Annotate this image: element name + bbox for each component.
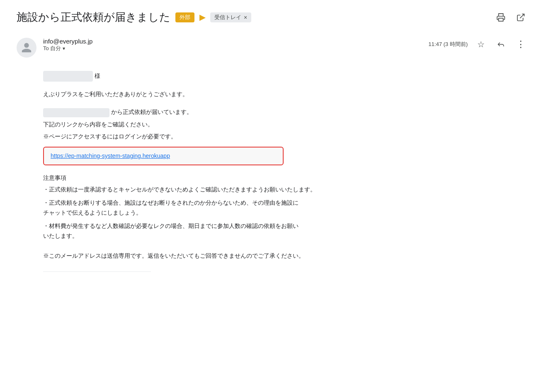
avatar bbox=[17, 38, 36, 58]
footer-note: ※このメールアドレスは送信専用です。返信をいただいてもご回答できませんのでご了承… bbox=[43, 251, 527, 261]
email-greeting: 様 bbox=[43, 71, 527, 82]
note3-line1-text: ・材料費が発生するなど人数確認が必要なレクの場合、期日までに参加人数の確認の依頼… bbox=[43, 223, 299, 229]
external-link-icon bbox=[516, 13, 525, 22]
email-line1-text: えぶりプラスをご利用いただきありがとうございます。 bbox=[43, 91, 188, 97]
open-external-button[interactable] bbox=[514, 11, 527, 24]
svg-line-1 bbox=[520, 14, 524, 18]
avatar-person-icon bbox=[21, 42, 32, 53]
sender-email: info@everyplus.jp bbox=[43, 38, 422, 45]
badge-external: 外部 bbox=[175, 12, 194, 22]
link-box: https://ep-matching-system-staging.herok… bbox=[43, 147, 284, 165]
note-item-1: ・正式依頼は一度承認するとキャンセルができないためよくご確認いただきますようお願… bbox=[43, 185, 527, 195]
note-item-2: ・正式依頼をお断りする場合、施設はなぜお断りをされたのか分からないため、その理由… bbox=[43, 198, 527, 218]
reply-icon bbox=[497, 40, 505, 48]
chevron-down-icon: ▾ bbox=[63, 46, 65, 51]
email-line2-suffix: から正式依頼が届いています。 bbox=[111, 109, 192, 115]
note1-text: ・正式依頼は一度承認するとキャンセルができないためよくご確認いただきますようお願… bbox=[43, 186, 316, 193]
print-button[interactable] bbox=[494, 11, 508, 24]
facility-placeholder bbox=[43, 108, 109, 117]
note2-line1-text: ・正式依頼をお断りする場合、施設はなぜお断りをされたのか分からないため、その理由… bbox=[43, 199, 299, 206]
recipient-placeholder bbox=[43, 71, 93, 82]
subject-title: 施設から正式依頼が届きました bbox=[17, 10, 170, 24]
sender-to-label: To 自分 bbox=[43, 45, 61, 52]
email-line3: 下記のリンクから内容をご確認ください。 bbox=[43, 119, 527, 130]
print-icon bbox=[496, 13, 505, 22]
subject-actions bbox=[494, 11, 527, 24]
divider bbox=[43, 271, 151, 272]
email-line1: えぶりプラスをご利用いただきありがとうございます。 bbox=[43, 89, 527, 99]
sender-meta: 11:47 (3 時間前) ☆ ⋮ bbox=[428, 38, 527, 51]
email-line4-text: ※ページにアクセスするにはログインが必要です。 bbox=[43, 133, 177, 140]
reply-button[interactable] bbox=[494, 38, 508, 51]
note3-line2-text: いたします。 bbox=[43, 232, 78, 239]
badge-inbox-label: 受信トレイ bbox=[214, 14, 241, 21]
email-line2: から正式依頼が届いています。 bbox=[43, 107, 527, 117]
badge-inbox-close-icon[interactable]: × bbox=[244, 14, 247, 21]
sender-row: info@everyplus.jp To 自分 ▾ 11:47 (3 時間前) … bbox=[17, 38, 527, 58]
notes-title: 注意事項 bbox=[43, 173, 527, 183]
sender-to[interactable]: To 自分 ▾ bbox=[43, 45, 422, 52]
note2-line2-text: チャットで伝えるようにしましょう。 bbox=[43, 209, 142, 216]
confirmation-link[interactable]: https://ep-matching-system-staging.herok… bbox=[51, 152, 170, 159]
badge-inbox[interactable]: 受信トレイ × bbox=[210, 12, 251, 22]
email-line3-text: 下記のリンクから内容をご確認ください。 bbox=[43, 121, 153, 128]
email-line4: ※ページにアクセスするにはログインが必要です。 bbox=[43, 131, 527, 142]
sender-time: 11:47 (3 時間前) bbox=[428, 41, 468, 48]
notes-section: 注意事項 ・正式依頼は一度承認するとキャンセルができないためよくご確認いただきま… bbox=[43, 173, 527, 241]
sender-info: info@everyplus.jp To 自分 ▾ bbox=[43, 38, 422, 52]
footer-text: ※このメールアドレスは送信専用です。返信をいただいてもご回答できませんのでご了承… bbox=[43, 252, 304, 259]
more-button[interactable]: ⋮ bbox=[514, 38, 527, 51]
note-item-3: ・材料費が発生するなど人数確認が必要なレクの場合、期日までに参加人数の確認の依頼… bbox=[43, 221, 527, 241]
star-button[interactable]: ☆ bbox=[474, 38, 488, 51]
email-body: 様 えぶりプラスをご利用いただきありがとうございます。 から正式依頼が届いていま… bbox=[17, 71, 527, 272]
subject-row: 施設から正式依頼が届きました 外部 ▶ 受信トレイ × bbox=[17, 10, 527, 28]
svg-rect-0 bbox=[499, 18, 503, 21]
email-container: 施設から正式依頼が届きました 外部 ▶ 受信トレイ × bbox=[0, 0, 544, 282]
salutation-suffix: 様 bbox=[95, 73, 100, 79]
badge-arrow-icon: ▶ bbox=[199, 13, 205, 22]
